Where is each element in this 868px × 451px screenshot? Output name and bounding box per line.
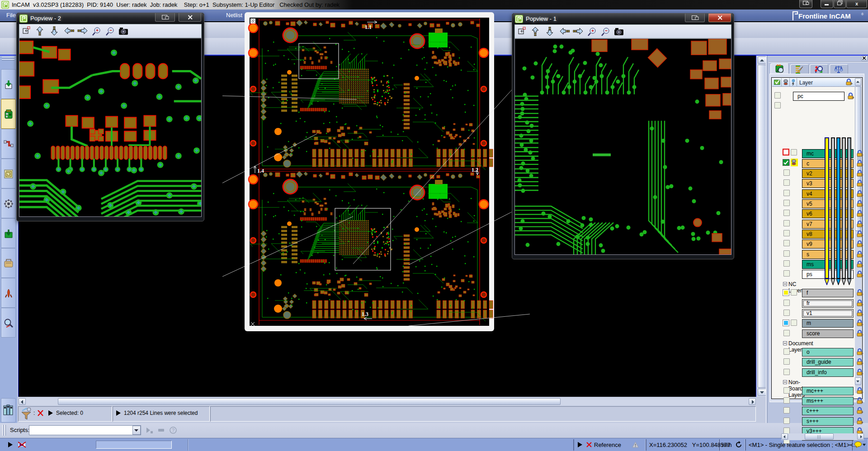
svg-text:?: ?: [172, 428, 175, 433]
svg-text:1.1: 1.1: [365, 24, 372, 30]
svg-text:®: ®: [861, 13, 864, 16]
svg-text:Frontline InCAM: Frontline InCAM: [798, 12, 851, 20]
